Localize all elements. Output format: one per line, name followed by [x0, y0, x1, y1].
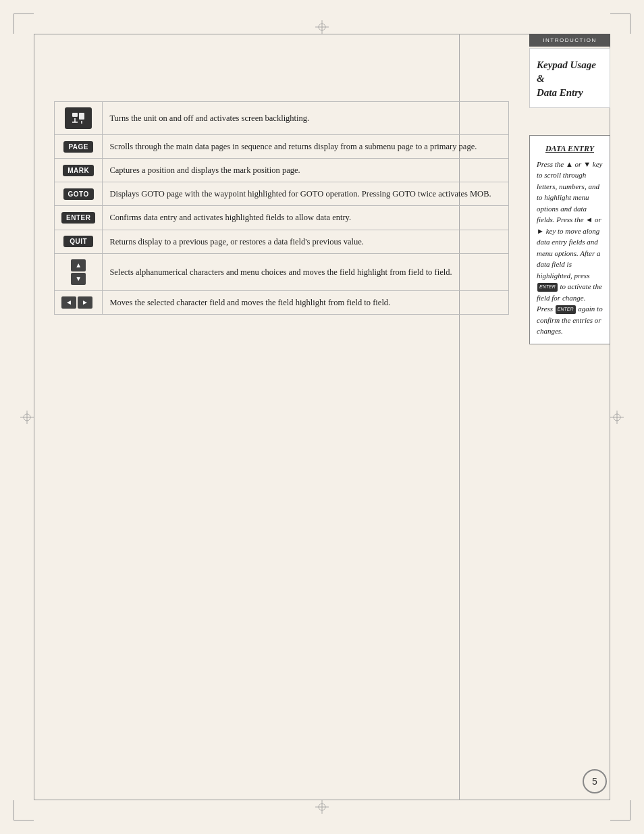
key-cell [55, 102, 103, 135]
svg-point-8 [24, 414, 30, 421]
key-cell: MARK [55, 159, 103, 182]
enter-inline-btn1: ENTER [537, 283, 558, 292]
title-line2: Data Entry [537, 87, 583, 98]
de-text-part1: Press the ▲ or ▼ key to scroll through l… [537, 160, 602, 280]
key-cell: ENTER [55, 206, 103, 230]
key-description: Returns display to a previous page, or r… [103, 230, 509, 253]
key-cell: GOTO [55, 182, 103, 206]
key-description: Captures a position and displays the mar… [103, 159, 509, 182]
key-description: Turns the unit on and off and activates … [103, 102, 509, 135]
key-description: Confirms data entry and activates highli… [103, 206, 509, 230]
table-row: Turns the unit on and off and activates … [55, 102, 509, 135]
key-cell: QUIT [55, 230, 103, 253]
right-sidebar: INTRODUCTION Keypad Usage & Data Entry D… [529, 34, 610, 800]
svg-rect-13 [79, 113, 84, 120]
table-row: ENTERConfirms data entry and activates h… [55, 206, 509, 230]
key-description: Moves the selected character field and m… [103, 290, 509, 314]
mark-key: MARK [63, 165, 94, 176]
crosshair-bottom [315, 800, 329, 814]
title-box: Keypad Usage & Data Entry [529, 48, 610, 108]
table-row: ◄►Moves the selected character field and… [55, 290, 509, 314]
data-entry-text: Press the ▲ or ▼ key to scroll through l… [537, 160, 603, 336]
key-description: Displays GOTO page with the waypoint hig… [103, 182, 509, 206]
svg-point-11 [614, 414, 620, 421]
key-description: Selects alphanumerical characters and me… [103, 253, 509, 290]
edge-bottom [34, 800, 610, 800]
down-arrow-key: ▼ [71, 273, 86, 285]
main-content: Turns the unit on and off and activates … [34, 34, 529, 328]
title-line1: Keypad Usage & [537, 59, 596, 84]
data-entry-title: DATA ENTRY [537, 142, 603, 155]
key-cell: ◄► [55, 290, 103, 314]
page-key: PAGE [63, 141, 93, 153]
right-arrow-key: ► [78, 296, 92, 309]
crosshair-left [20, 411, 34, 424]
key-cell: ▲▼ [55, 253, 103, 290]
key-description: Scrolls through the main data pages in s… [103, 135, 509, 159]
table-row: PAGEScrolls through the main data pages … [55, 135, 509, 159]
enter-key: ENTER [61, 212, 95, 224]
corner-mark-tl [14, 14, 34, 34]
up-down-arrows: ▲▼ [61, 259, 95, 285]
table-row: MARKCaptures a position and displays the… [55, 159, 509, 182]
up-arrow-key: ▲ [71, 259, 86, 271]
intro-tab: INTRODUCTION [529, 34, 610, 47]
intro-label: INTRODUCTION [543, 37, 596, 43]
svg-point-2 [319, 24, 325, 30]
goto-key: GOTO [63, 188, 94, 200]
svg-rect-12 [72, 113, 78, 117]
crosshair-right [610, 411, 624, 424]
page-number: 5 [583, 769, 607, 793]
page-badge: 5 [583, 769, 607, 793]
quit-key: QUIT [63, 236, 93, 247]
table-row: ▲▼Selects alphanumerical characters and … [55, 253, 509, 290]
svg-point-5 [319, 804, 325, 810]
left-arrow-key: ◄ [61, 296, 76, 309]
key-cell: PAGE [55, 135, 103, 159]
data-entry-box: DATA ENTRY Press the ▲ or ▼ key to scrol… [529, 135, 610, 344]
crosshair-top [315, 20, 329, 34]
enter-inline-btn2: ENTER [556, 305, 576, 314]
power-key [65, 107, 92, 129]
table-row: GOTODisplays GOTO page with the waypoint… [55, 182, 509, 206]
corner-mark-br [610, 800, 630, 820]
corner-mark-tr [610, 14, 630, 34]
keypad-table: Turns the unit on and off and activates … [54, 101, 509, 315]
left-right-arrows: ◄► [61, 296, 95, 309]
table-row: QUITReturns display to a previous page, … [55, 230, 509, 253]
corner-mark-bl [14, 800, 34, 820]
page-title: Keypad Usage & Data Entry [537, 58, 603, 99]
